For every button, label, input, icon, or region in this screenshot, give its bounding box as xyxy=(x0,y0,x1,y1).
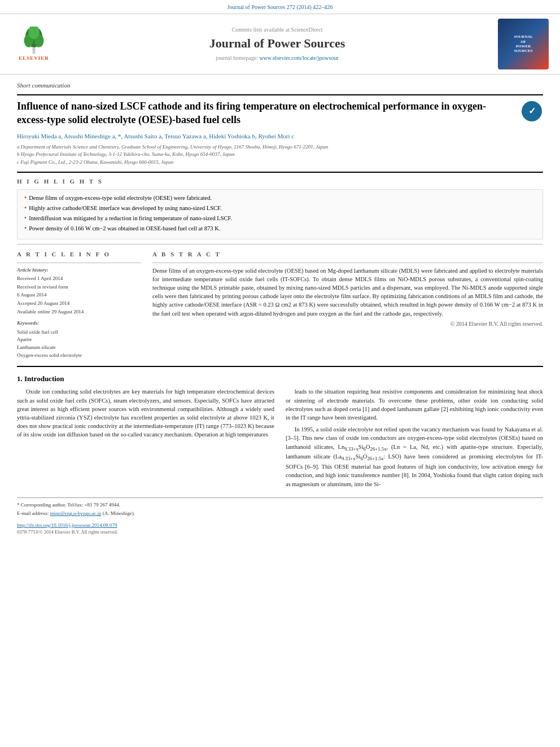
abstract-text: Dense films of an oxygen-excess-type sol… xyxy=(152,267,543,318)
highlights-box: • Dense films of oxygen-excess-type soli… xyxy=(17,189,543,239)
homepage-url[interactable]: www.elsevier.com/locate/jpowsour xyxy=(259,55,338,61)
issn-text: 0378-7753/© 2014 Elsevier B.V. All right… xyxy=(17,529,543,536)
email-label: E-mail address: xyxy=(17,510,49,516)
highlights-heading: H I G H L I G H T S xyxy=(17,177,543,186)
highlight-1: • Dense films of oxygen-excess-type soli… xyxy=(24,194,536,203)
abstract-copyright: © 2014 Elsevier B.V. All rights reserved… xyxy=(152,320,543,328)
elsevier-tree-icon xyxy=(20,27,48,55)
bottom-bar: http://dx.doi.org/10.1016/j.jpowsour.201… xyxy=(17,522,543,536)
highlight-2: • Highly active cathode/OESE interface w… xyxy=(24,204,536,213)
email-link[interactable]: mine@eng.u-hyogo.ac.jp xyxy=(50,510,101,516)
paper-title-section: Influence of nano-sized LSCF cathode and… xyxy=(17,100,543,126)
bullet-icon: • xyxy=(24,204,27,211)
journal-homepage: journal homepage: www.elsevier.com/locat… xyxy=(56,54,498,62)
accepted-date: Accepted 20 August 2014 xyxy=(17,300,141,307)
article-info-heading: A R T I C L E I N F O xyxy=(17,250,141,259)
intro-left-col: Oxide ion conducting solid electrolytes … xyxy=(17,387,274,492)
crossmark-logo: ✓ xyxy=(520,100,543,123)
affiliations: a Department of Materials Science and Ch… xyxy=(17,143,543,167)
highlight-3: • Interdiffusion was mitigated by a redu… xyxy=(24,215,536,223)
intro-columns: Oxide ion conducting solid electrolytes … xyxy=(17,387,543,492)
highlights-section: H I G H L I G H T S • Dense films of oxy… xyxy=(17,177,543,239)
abstract-column: A B S T R A C T Dense films of an oxygen… xyxy=(152,250,543,359)
main-content: Short communication Influence of nano-si… xyxy=(0,75,560,543)
journal-citation: Journal of Power Sources 272 (2014) 422–… xyxy=(0,0,560,14)
received-revised-label: Received in revised form xyxy=(17,283,141,291)
intro-right-col: leads to the situation requiring heat re… xyxy=(286,387,543,492)
available-date: Available online 29 August 2014 xyxy=(17,308,141,316)
bullet-icon: • xyxy=(24,225,27,231)
intro-section-title: 1. Introduction xyxy=(17,374,543,384)
journal-header: ELSEVIER Contents lists available at Sci… xyxy=(0,14,560,75)
abstract-heading: A B S T R A C T xyxy=(152,250,543,259)
journal-logo-right: JOURNALOFPOWERSOURCES xyxy=(498,19,549,69)
keyword-3: Lanthanum silicate xyxy=(17,344,141,351)
corresponding-author: * Corresponding author. Tel/fax: +81 79 … xyxy=(17,501,543,509)
authors-line: Hiroyuki Mieda a, Atsushi Mineshige a, *… xyxy=(17,132,543,141)
received-date: Received 1 April 2014 xyxy=(17,275,141,282)
article-type: Short communication xyxy=(17,81,543,90)
divider-after-affiliations xyxy=(17,172,543,173)
intro-para-3: In 1995, a solid oxide electrolyte not r… xyxy=(286,425,543,488)
journal-header-center: Contents lists available at ScienceDirec… xyxy=(56,26,498,63)
highlight-4: • Power density of 0.166 W cm−2 was obta… xyxy=(24,225,536,233)
bullet-icon: • xyxy=(24,215,27,221)
intro-para-2: leads to the situation requiring heat re… xyxy=(286,387,543,422)
bullet-icon: • xyxy=(24,194,27,201)
history-label: Article history: xyxy=(17,267,141,274)
divider-before-intro xyxy=(17,366,543,367)
doi-link[interactable]: http://dx.doi.org/10.1016/j.jpowsour.201… xyxy=(17,522,117,528)
affiliation-a: a Department of Materials Science and Ch… xyxy=(17,143,543,151)
email-footnote: E-mail address: mine@eng.u-hyogo.ac.jp (… xyxy=(17,510,543,517)
paper-title-text: Influence of nano-sized LSCF cathode and… xyxy=(17,100,515,126)
divider-highlights xyxy=(17,244,543,244)
divider-top xyxy=(17,94,543,95)
crossmark-icon: ✓ xyxy=(522,101,542,121)
received-revised-date: 6 August 2014 xyxy=(17,291,141,299)
article-info-abstract-section: A R T I C L E I N F O Article history: R… xyxy=(17,250,543,359)
keyword-2: Apatite xyxy=(17,336,141,343)
intro-para-1: Oxide ion conducting solid electrolytes … xyxy=(17,387,274,439)
affiliation-b: b Hyogo Prefectural Institute of Technol… xyxy=(17,151,543,159)
sciencedirect-link: Contents lists available at ScienceDirec… xyxy=(56,26,498,34)
keywords-label: Keywords: xyxy=(17,320,141,327)
email-suffix: (A. Mineshige). xyxy=(103,510,135,516)
article-info-column: A R T I C L E I N F O Article history: R… xyxy=(17,250,141,359)
keyword-4: Oxygen-excess solid electrolyte xyxy=(17,352,141,359)
journal-title: Journal of Power Sources xyxy=(56,35,498,53)
footnote-section: * Corresponding author. Tel/fax: +81 79 … xyxy=(17,497,543,517)
elsevier-logo: ELSEVIER xyxy=(11,27,56,62)
keyword-1: Solid oxide fuel cell xyxy=(17,329,141,336)
affiliation-c: c Fuji Pigment Co., Ltd., 2-23-2 Obana, … xyxy=(17,159,543,167)
